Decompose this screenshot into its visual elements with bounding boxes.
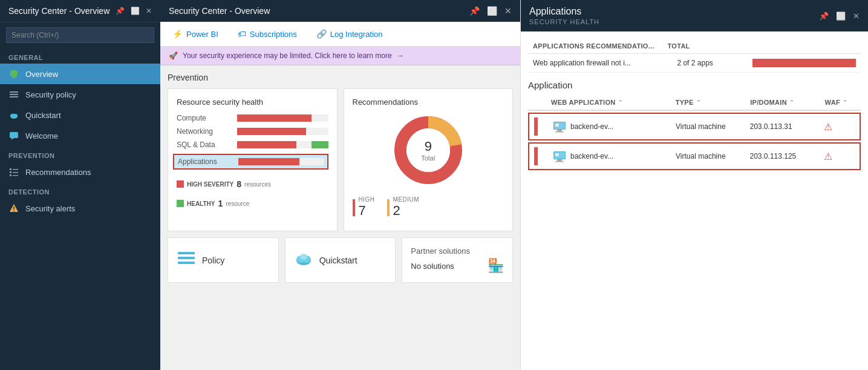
sidebar-item-quickstart[interactable]: Quickstart	[0, 105, 160, 125]
row1-name: backend-ev...	[570, 122, 613, 131]
sidebar-item-welcome[interactable]: Welcome	[0, 125, 160, 146]
severity-row: HIGH 7 MEDIUM 2	[353, 193, 504, 222]
pin-icon-main[interactable]: 📌	[469, 6, 480, 16]
svg-rect-21	[178, 257, 195, 259]
power-bi-icon: ⚡	[172, 29, 183, 39]
networking-bar	[237, 128, 328, 135]
close-icon-main[interactable]: ✕	[504, 6, 512, 16]
severity-medium-bar	[387, 199, 390, 216]
app-col-webapp-label: WEB APPLICATION	[551, 99, 616, 106]
policy-icon	[177, 248, 196, 272]
svg-rect-34	[555, 161, 564, 162]
legend-high-label: HIGH SEVERITY	[187, 181, 233, 188]
sidebar-item-label-security-alerts: Security alerts	[25, 204, 75, 213]
applications-bar	[238, 158, 324, 165]
sidebar-item-label-welcome: Welcome	[25, 131, 58, 140]
svg-rect-28	[557, 130, 562, 131]
maximize-icon-right[interactable]: ⬜	[836, 12, 846, 21]
warn-icon-2: ⚠	[824, 151, 832, 162]
severity-medium-label: MEDIUM	[393, 196, 420, 203]
alert-icon	[8, 203, 19, 214]
rocket-icon: 🚀	[169, 51, 178, 60]
warn-icon-1: ⚠	[824, 122, 832, 132]
app-col-type: TYPE ⌃	[676, 99, 750, 106]
sidebar-item-security-policy[interactable]: Security policy	[0, 84, 160, 105]
svg-rect-2	[10, 96, 18, 97]
sql-row: SQL & Data	[177, 140, 328, 149]
applications-label: Applications	[178, 157, 232, 166]
severity-high-num: 7	[359, 203, 375, 219]
app-col-waf: WAF ⌃	[825, 99, 856, 106]
subscriptions-button[interactable]: 🏷 Subscriptions	[234, 27, 301, 41]
bars-icon	[8, 89, 19, 100]
sidebar-item-security-alerts[interactable]: Security alerts	[0, 198, 160, 219]
resource-health-title: Resource security health	[177, 97, 328, 107]
legend-healthy-label: HEALTHY	[187, 200, 215, 207]
severity-high-item: HIGH 7	[353, 196, 375, 219]
networking-label: Networking	[177, 127, 231, 136]
svg-rect-22	[178, 262, 195, 264]
search-input[interactable]	[6, 27, 154, 43]
row2-ip: 203.0.113.125	[750, 152, 824, 160]
donut-container: 9 Total	[353, 114, 504, 187]
row1-webapp: backend-ev...	[552, 119, 676, 134]
close-icon[interactable]: ✕	[146, 7, 152, 15]
partner-solutions-title: Partner solutions	[411, 246, 504, 256]
webapp-sort-icon[interactable]: ⌃	[618, 99, 623, 105]
severity-medium-num: 2	[393, 203, 420, 219]
waf-row-1[interactable]: Web application firewall not i... 2 of 2…	[528, 54, 861, 73]
quickstart-card[interactable]: Quickstart	[285, 237, 396, 283]
severity-high-label: HIGH	[359, 196, 375, 203]
maximize-icon[interactable]: ⬜	[131, 7, 140, 15]
sidebar-search-container	[0, 22, 160, 48]
right-panel-subtitle: SECURITY HEALTH	[529, 18, 599, 25]
log-integration-button[interactable]: 🔗 Log Integration	[313, 27, 387, 41]
applications-row[interactable]: Applications	[173, 154, 328, 170]
app-col-waf-label: WAF	[825, 99, 840, 106]
ip-sort-icon[interactable]: ⌃	[789, 99, 794, 105]
donut-label: 9 Total	[421, 139, 435, 162]
svg-rect-20	[178, 252, 195, 254]
bottom-grid: Policy Quickstart Partner solutions No s…	[168, 237, 513, 283]
sidebar-item-overview[interactable]: Overview	[0, 64, 160, 84]
svg-rect-11	[13, 172, 18, 173]
prevention-grid: Resource security health Compute Network…	[168, 88, 513, 231]
maximize-icon-main[interactable]: ⬜	[487, 6, 497, 16]
sql-label: SQL & Data	[177, 140, 231, 149]
policy-card[interactable]: Policy	[168, 237, 279, 283]
pin-icon-right[interactable]: 📌	[819, 12, 829, 21]
waf-col2-label: TOTAL	[668, 42, 690, 50]
power-bi-button[interactable]: ⚡ Power BI	[169, 27, 222, 41]
content-body: Prevention Resource security health Comp…	[160, 65, 520, 370]
svg-rect-9	[13, 169, 18, 170]
row2-type: Virtual machine	[676, 152, 749, 160]
sidebar-item-recommendations[interactable]: Recommendations	[0, 162, 160, 182]
waf-row-label: Web application firewall not i...	[533, 59, 671, 67]
app-col-webapp: WEB APPLICATION ⌃	[551, 99, 676, 106]
waf-col2-header: TOTAL	[668, 42, 735, 50]
row1-red-bar	[534, 117, 538, 136]
section-label-general: GENERAL	[0, 48, 160, 64]
app-table-row-1[interactable]: backend-ev... Virtual machine 203.0.113.…	[528, 113, 861, 140]
waf-bar	[752, 59, 856, 67]
svg-rect-36	[555, 153, 559, 156]
recommendations-card: Recommendations 9 Total	[344, 88, 514, 231]
power-bi-label: Power BI	[186, 30, 218, 39]
sql-bar-red	[237, 141, 296, 148]
close-icon-right[interactable]: ✕	[853, 12, 860, 21]
log-integration-icon: 🔗	[316, 29, 327, 39]
type-sort-icon[interactable]: ⌃	[696, 99, 701, 105]
resource-health-card: Resource security health Compute Network…	[168, 88, 338, 231]
legend-high-unit: resources	[244, 181, 271, 188]
sidebar-item-label-security-policy: Security policy	[25, 90, 76, 99]
banner[interactable]: 🚀 Your security experience may be limite…	[160, 47, 520, 65]
sidebar-titlebar: Security Center - Overview 📌 ⬜ ✕	[0, 0, 160, 22]
networking-row: Networking	[177, 127, 328, 136]
main-title: Security Center - Overview	[169, 6, 270, 16]
waf-sort-icon[interactable]: ⌃	[843, 99, 847, 105]
svg-rect-6	[10, 132, 18, 138]
compute-label: Compute	[177, 114, 231, 122]
app-table-row-2[interactable]: backend-ev... Virtual machine 203.0.113.…	[528, 142, 861, 170]
pin-icon[interactable]: 📌	[116, 7, 125, 15]
section-label-prevention: PREVENTION	[0, 146, 160, 162]
